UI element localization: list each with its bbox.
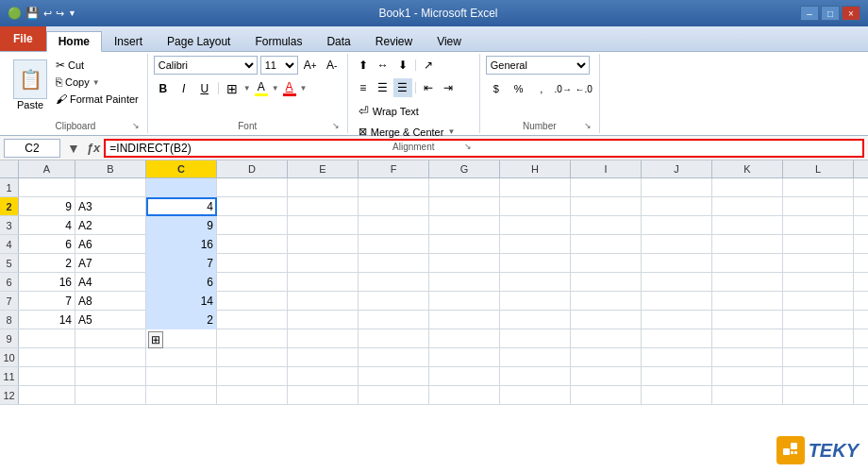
percent-button[interactable]: %	[509, 79, 529, 98]
cell-c10[interactable]	[146, 348, 217, 367]
cell-b10[interactable]	[75, 348, 146, 367]
cell-j2[interactable]	[642, 197, 712, 216]
bold-button[interactable]: B	[154, 79, 173, 98]
cell-k7[interactable]	[712, 292, 783, 311]
cell-i11[interactable]	[571, 367, 642, 386]
tab-view[interactable]: View	[425, 30, 474, 51]
cell-g2[interactable]	[429, 197, 500, 216]
increase-decimal-button[interactable]: .0→	[554, 79, 573, 98]
cell-f6[interactable]	[359, 273, 429, 292]
cell-i8[interactable]	[571, 311, 642, 329]
cell-a5[interactable]: 2	[19, 254, 75, 273]
cell-g11[interactable]	[429, 367, 500, 386]
align-bottom-button[interactable]: ⬇	[393, 56, 412, 75]
cell-a9[interactable]	[19, 329, 75, 348]
cell-i3[interactable]	[571, 216, 642, 235]
cell-e7[interactable]	[288, 292, 359, 311]
cell-l10[interactable]	[783, 348, 854, 367]
cell-g8[interactable]	[429, 311, 500, 329]
number-format-select[interactable]: General	[486, 56, 590, 75]
col-header-e[interactable]: E	[288, 160, 359, 177]
cell-f7[interactable]	[359, 292, 429, 311]
font-expand-button[interactable]: ↘	[330, 120, 342, 131]
col-header-f[interactable]: F	[359, 160, 429, 177]
tab-review[interactable]: Review	[363, 30, 425, 51]
cell-d7[interactable]	[217, 292, 288, 311]
cell-i4[interactable]	[571, 235, 642, 254]
cell-b2[interactable]: A3	[75, 197, 146, 216]
cell-g7[interactable]	[429, 292, 500, 311]
cell-j11[interactable]	[642, 367, 712, 386]
currency-button[interactable]: $	[486, 79, 507, 98]
cell-l7[interactable]	[783, 292, 854, 311]
cell-l11[interactable]	[783, 367, 854, 386]
cell-e10[interactable]	[288, 348, 359, 367]
orientation-button[interactable]: ↗	[419, 56, 438, 75]
cell-f9[interactable]	[359, 329, 429, 348]
cell-g10[interactable]	[429, 348, 500, 367]
cell-f8[interactable]	[359, 311, 429, 329]
fill-color-dropdown[interactable]: ▼	[272, 84, 279, 93]
fill-color-button[interactable]: A	[253, 78, 270, 98]
cell-l12[interactable]	[783, 386, 854, 405]
cell-j4[interactable]	[642, 235, 712, 254]
cell-b8[interactable]: A5	[75, 311, 146, 329]
tab-formulas[interactable]: Formulas	[242, 30, 314, 51]
cell-f2[interactable]	[359, 197, 429, 216]
col-header-c[interactable]: C	[146, 160, 217, 177]
cell-e2[interactable]	[288, 197, 359, 216]
row-number-10[interactable]: 10	[0, 348, 19, 366]
cell-i5[interactable]	[571, 254, 642, 273]
cell-f12[interactable]	[359, 386, 429, 405]
cell-c8[interactable]: 2	[146, 311, 217, 329]
cell-a1[interactable]	[19, 178, 75, 197]
save-icon[interactable]: 💾	[25, 7, 40, 20]
cell-g6[interactable]	[429, 273, 500, 292]
paste-button[interactable]: 📋 Paste	[9, 58, 51, 112]
cell-a2[interactable]: 9	[19, 197, 75, 216]
cell-reference-input[interactable]	[4, 139, 60, 158]
cell-c2[interactable]: 4	[146, 197, 217, 216]
maximize-button[interactable]: □	[821, 6, 840, 21]
cell-j9[interactable]	[642, 329, 712, 348]
cell-d11[interactable]	[217, 367, 288, 386]
cell-j7[interactable]	[642, 292, 712, 311]
cell-c5[interactable]: 7	[146, 254, 217, 273]
cell-h11[interactable]	[500, 367, 571, 386]
cell-i6[interactable]	[571, 273, 642, 292]
font-color-dropdown[interactable]: ▼	[300, 84, 308, 93]
cell-j5[interactable]	[642, 254, 712, 273]
italic-button[interactable]: I	[175, 79, 193, 98]
borders-button[interactable]: ⊞	[223, 79, 242, 98]
cell-a12[interactable]	[19, 386, 75, 405]
cell-d5[interactable]	[217, 254, 288, 273]
cell-c12[interactable]	[146, 386, 217, 405]
row-number-2[interactable]: 2	[0, 197, 19, 215]
copy-button[interactable]: ⎘ Copy ▼	[53, 75, 142, 90]
cell-k8[interactable]	[712, 311, 783, 329]
increase-indent-button[interactable]: ⇥	[439, 78, 458, 97]
cell-a7[interactable]: 7	[19, 292, 75, 311]
align-right-button[interactable]: ☰	[393, 78, 412, 97]
cell-l4[interactable]	[783, 235, 854, 254]
cell-h3[interactable]	[500, 216, 571, 235]
tab-file[interactable]: File	[0, 26, 46, 51]
font-name-select[interactable]: Calibri	[154, 56, 258, 75]
cell-k1[interactable]	[712, 178, 783, 197]
cell-k9[interactable]	[712, 329, 783, 348]
row-number-6[interactable]: 6	[0, 273, 19, 291]
col-header-g[interactable]: G	[429, 160, 500, 177]
formula-expand-button[interactable]: ▼	[64, 141, 83, 156]
cell-h9[interactable]	[500, 329, 571, 348]
col-header-a[interactable]: A	[19, 160, 75, 177]
cell-k12[interactable]	[712, 386, 783, 405]
cell-b4[interactable]: A6	[75, 235, 146, 254]
row-number-4[interactable]: 4	[0, 235, 19, 253]
cell-b11[interactable]	[75, 367, 146, 386]
cell-d4[interactable]	[217, 235, 288, 254]
row-number-11[interactable]: 11	[0, 367, 19, 385]
format-painter-button[interactable]: 🖌 Format Painter	[53, 92, 142, 107]
comma-button[interactable]: ,	[531, 79, 552, 98]
cell-e11[interactable]	[288, 367, 359, 386]
cell-b7[interactable]: A8	[75, 292, 146, 311]
